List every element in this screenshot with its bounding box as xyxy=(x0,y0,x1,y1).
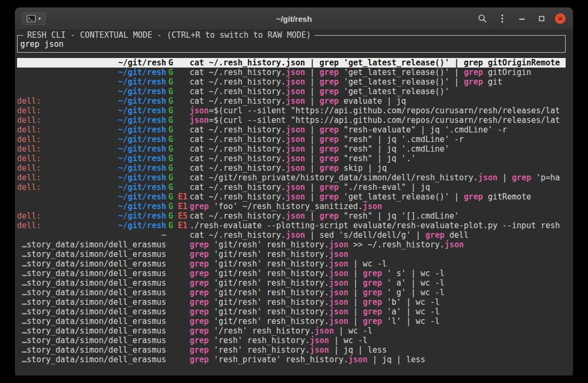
flags-cell: G E1 xyxy=(166,192,190,202)
command-text: cat ~/.resh_history.json | grep "resh" |… xyxy=(190,211,566,221)
host-path-cell: dell:~/git/resh xyxy=(17,125,166,135)
match-highlight: grep xyxy=(320,135,339,144)
minimize-button[interactable] xyxy=(516,12,528,25)
history-row[interactable]: ~/git/reshGcat ~/.resh_history.json | gr… xyxy=(17,87,566,96)
history-row[interactable]: …story_data/simon/dell_erasmusgrep 'git/… xyxy=(17,297,566,307)
host-label: dell: xyxy=(17,211,41,221)
command-text: grep 'git/resh' resh_history.json | wc -… xyxy=(190,259,566,269)
restore-icon xyxy=(538,15,545,22)
close-button[interactable]: × xyxy=(555,13,566,24)
flags-cell: G xyxy=(166,68,190,77)
history-row[interactable]: ~/git/reshGcat ~/.resh_history.json | gr… xyxy=(17,77,566,87)
match-highlight: grep xyxy=(320,96,339,106)
history-row[interactable]: dell:~/git/reshG E5cat ~/.resh_history.j… xyxy=(17,211,566,221)
match-highlight: grep xyxy=(190,345,209,355)
host-path-cell: dell:~/git/resh xyxy=(17,135,166,144)
git-flag: G xyxy=(168,144,173,154)
history-row[interactable]: …story_data/simon/dell_erasmusgrep 'resh… xyxy=(17,336,566,345)
history-row[interactable]: ~cat ~/.resh_history.json | sed 's/dell/… xyxy=(17,230,566,240)
host-path-cell: dell:~/git/resh xyxy=(17,115,166,125)
match-highlight: json xyxy=(286,58,305,68)
match-highlight: json xyxy=(286,135,305,144)
host-path-cell: ~/git/resh xyxy=(17,58,166,68)
menu-button[interactable] xyxy=(496,12,509,25)
history-row[interactable]: dell:~/git/reshGjson=$(curl --silent "ht… xyxy=(17,115,566,125)
search-button[interactable] xyxy=(476,12,489,25)
titlebar[interactable]: ▾ ~/git/resh xyxy=(15,7,573,30)
terminal-content[interactable]: RESH CLI - CONTEXTUAL MODE - (CTRL+R to … xyxy=(15,30,573,376)
history-row[interactable]: …story_data/simon/dell_erasmusgrep 'git/… xyxy=(17,269,566,278)
history-row-selected[interactable]: ~/git/reshGcat ~/.resh_history.json | gr… xyxy=(17,58,566,68)
path-label: ~/git/resh xyxy=(118,125,166,135)
history-row[interactable]: dell:~/git/reshGcat ~/.resh_history.json… xyxy=(17,154,566,163)
history-row[interactable]: …story_data/simon/dell_erasmusgrep 'git/… xyxy=(17,307,566,317)
history-row[interactable]: ~/git/reshG E1grep 'foo' ~/resh_history_… xyxy=(17,202,566,211)
host-path-cell: …story_data/simon/dell_erasmus xyxy=(17,326,166,336)
flags-cell: G xyxy=(166,125,190,135)
history-row[interactable]: dell:~/git/reshGcat ~/.resh_history.json… xyxy=(17,135,566,144)
git-flag: G xyxy=(168,192,173,202)
chevron-down-icon: ▾ xyxy=(38,16,41,21)
terminal-window: ▾ ~/git/resh xyxy=(15,7,573,376)
history-row[interactable]: ~/git/reshG E1cat ~/.resh_history.json |… xyxy=(17,192,566,202)
command-text: cat ~/.resh_history.json | grep 'get_lat… xyxy=(190,58,566,68)
history-row[interactable]: ~/git/reshGcat ~/.resh_history.json | gr… xyxy=(17,68,566,77)
match-highlight: grep xyxy=(464,192,483,202)
match-highlight: json xyxy=(329,307,348,317)
match-highlight: json xyxy=(286,230,305,240)
history-row[interactable]: …story_data/simon/dell_erasmusgrep 'git/… xyxy=(17,259,566,269)
host-label: dell: xyxy=(17,221,41,230)
history-row[interactable]: dell:~/git/reshGcat ~/.resh_history.json… xyxy=(17,144,566,154)
host-label: dell: xyxy=(17,173,41,182)
history-row[interactable]: dell:~/git/reshGcat ~/.resh_history.json… xyxy=(17,182,566,192)
host-path-cell: ~/git/resh xyxy=(17,77,166,87)
match-highlight: grep xyxy=(512,173,531,182)
path-label: ~/git/resh xyxy=(118,192,166,202)
path-label: …story_data/simon/dell_erasmus xyxy=(22,317,166,326)
history-row[interactable]: …story_data/simon/dell_erasmusgrep 'resh… xyxy=(17,345,566,355)
history-row[interactable]: dell:~/git/reshG E1./resh-evaluate --plo… xyxy=(17,221,566,230)
path-label: …story_data/simon/dell_erasmus xyxy=(22,269,166,278)
path-label: ~/git/resh xyxy=(118,154,166,163)
host-path-cell: dell:~/git/resh xyxy=(17,154,166,163)
flags-cell: G xyxy=(166,96,190,106)
match-highlight: json xyxy=(310,345,329,355)
match-highlight: json xyxy=(329,278,348,288)
path-label: ~/git/resh xyxy=(118,87,166,96)
command-text: cat ~/.resh_history.json | grep "resh" |… xyxy=(190,154,566,163)
history-row[interactable]: …story_data/simon/dell_erasmusgrep 'resh… xyxy=(17,355,566,364)
history-row[interactable]: …story_data/simon/dell_erasmusgrep 'git/… xyxy=(17,240,566,249)
history-row[interactable]: …story_data/simon/dell_erasmusgrep 'git/… xyxy=(17,317,566,326)
history-row[interactable]: dell:~/git/reshGcat ~/.resh_history.json… xyxy=(17,96,566,106)
command-text: cat ~/.resh_history.json | sed 's/dell/d… xyxy=(190,230,566,240)
history-row[interactable]: dell:~/git/reshGcat ~/git/resh_private/h… xyxy=(17,173,566,182)
path-label: …story_data/simon/dell_erasmus xyxy=(22,336,166,345)
command-text: cat ~/.resh_history.json | grep 'get_lat… xyxy=(190,192,566,202)
history-row[interactable]: dell:~/git/reshGcat ~/.resh_history.json… xyxy=(17,163,566,173)
flags-cell: G E1 xyxy=(166,202,190,211)
exit-status-flag: E1 xyxy=(178,221,187,230)
command-text: grep 'git/resh' resh_history.json | grep… xyxy=(190,278,566,288)
match-highlight: json xyxy=(286,163,305,173)
git-flag: G xyxy=(168,68,173,77)
history-row[interactable]: …story_data/simon/dell_erasmusgrep 'git/… xyxy=(17,249,566,259)
history-row[interactable]: …story_data/simon/dell_erasmusgrep 'git/… xyxy=(17,288,566,297)
history-row[interactable]: …story_data/simon/dell_erasmusgrep 'git/… xyxy=(17,278,566,288)
match-highlight: grep xyxy=(363,297,382,307)
path-label: ~/git/resh xyxy=(118,163,166,173)
history-row[interactable]: …story_data/simon/dell_erasmusgrep '/res… xyxy=(17,326,566,336)
history-row[interactable]: dell:~/git/reshGcat ~/.resh_history.json… xyxy=(17,125,566,135)
command-text: grep 'resh' resh_history.json | jq | les… xyxy=(190,345,566,355)
new-terminal-button[interactable]: ▾ xyxy=(22,12,46,25)
match-highlight: grep xyxy=(363,317,382,326)
path-label: ~/git/resh xyxy=(118,115,166,125)
match-highlight: json xyxy=(286,96,305,106)
path-label: ~/git/resh xyxy=(118,68,166,77)
git-flag: G xyxy=(168,106,173,115)
host-path-cell: dell:~/git/resh xyxy=(17,106,166,115)
match-highlight: grep xyxy=(464,58,483,68)
restore-button[interactable] xyxy=(535,12,548,25)
match-highlight: json xyxy=(190,106,209,115)
history-row[interactable]: dell:~/git/reshGjson=$(curl --silent "ht… xyxy=(17,106,566,115)
git-flag: G xyxy=(168,96,173,106)
